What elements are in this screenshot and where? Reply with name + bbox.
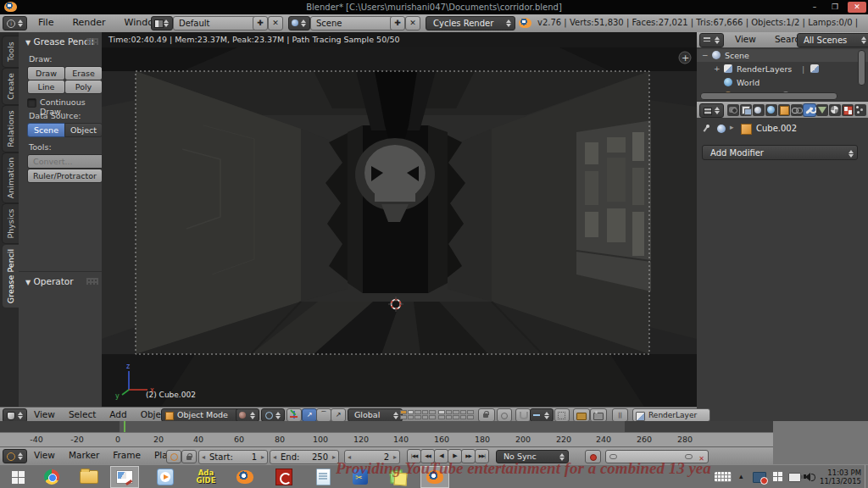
tab-tools[interactable]: Tools bbox=[2, 36, 19, 68]
play-button[interactable]: ▶ bbox=[448, 449, 462, 463]
snap-magnet-button[interactable] bbox=[515, 408, 531, 422]
vp-menu-add[interactable]: Add bbox=[103, 408, 133, 421]
taskbar-potplayer-icon[interactable] bbox=[151, 466, 180, 488]
editor-type-timeline-dropdown[interactable] bbox=[3, 449, 27, 463]
tray-battery-icon[interactable] bbox=[788, 473, 801, 482]
frame-start-field[interactable]: ◂ Start: 1 ▸ bbox=[198, 450, 268, 464]
play-reverse-button[interactable]: ◀ bbox=[434, 449, 448, 463]
menu-file[interactable]: File bbox=[29, 14, 63, 31]
sync-dropdown[interactable]: No Sync bbox=[496, 450, 569, 463]
viewport-3d[interactable]: z x y (2) Cube.002 + bbox=[102, 47, 697, 407]
increment-icon[interactable]: ▸ bbox=[332, 451, 336, 463]
decrement-icon[interactable]: ◂ bbox=[202, 451, 205, 463]
minimize-button[interactable]: – bbox=[805, 2, 824, 13]
pivot-dropdown[interactable] bbox=[261, 408, 285, 422]
taskbar-adagide-icon[interactable]: Ada GIDE bbox=[192, 466, 220, 488]
timeline-current-frame-cursor[interactable] bbox=[124, 421, 125, 432]
tab-material-icon[interactable] bbox=[829, 104, 841, 116]
data-source-object-toggle[interactable]: Object bbox=[64, 123, 103, 137]
editor-type-outliner-dropdown[interactable] bbox=[699, 33, 724, 47]
outliner-world-label[interactable]: World bbox=[737, 76, 760, 89]
tray-chevron-icon[interactable]: ▴ bbox=[739, 472, 743, 480]
tl-menu-view[interactable]: View bbox=[27, 448, 62, 462]
tab-render-layers-icon[interactable] bbox=[740, 104, 752, 116]
layers-widget-left[interactable] bbox=[400, 410, 436, 419]
show-desktop-button[interactable] bbox=[865, 465, 868, 488]
taskbar-notepad-icon[interactable] bbox=[309, 466, 337, 488]
tray-keyboard-icon[interactable] bbox=[715, 472, 732, 482]
tab-world-icon[interactable] bbox=[765, 104, 777, 116]
pause-render-button[interactable]: || bbox=[612, 408, 628, 422]
outliner-vscrollbar[interactable] bbox=[858, 50, 865, 86]
translate-manipulator-button[interactable]: ↗ bbox=[302, 408, 317, 422]
snap-element-dropdown[interactable] bbox=[530, 408, 554, 422]
orientation-dropdown[interactable]: Global bbox=[348, 408, 403, 422]
expand-panel-plus-icon[interactable]: + bbox=[679, 52, 691, 64]
outliner-row-scene[interactable]: − Scene bbox=[697, 49, 868, 62]
taskbar-stickynotes-icon[interactable] bbox=[383, 466, 412, 488]
tl-menu-marker[interactable]: Marker bbox=[62, 448, 106, 462]
screen-layout-name[interactable]: Default bbox=[173, 16, 258, 30]
tab-modifiers-icon[interactable] bbox=[804, 104, 815, 116]
proportional-edit-button[interactable] bbox=[497, 408, 512, 422]
expand-icon[interactable]: + bbox=[714, 63, 721, 75]
tray-clock[interactable]: 11:03 PM 11/13/2015 bbox=[815, 469, 861, 485]
tray-volume-icon[interactable] bbox=[804, 472, 814, 482]
data-source-scene-toggle[interactable]: Scene bbox=[27, 123, 65, 137]
mode-dropdown[interactable]: Object Mode bbox=[161, 408, 248, 422]
jump-to-end-button[interactable]: ▶▶| bbox=[475, 449, 489, 463]
vp-menu-view[interactable]: View bbox=[27, 408, 62, 421]
outliner-filter-dropdown[interactable]: All Scenes bbox=[797, 33, 868, 47]
scene-icon-dropdown[interactable] bbox=[288, 16, 310, 30]
lock-to-scene-button[interactable] bbox=[478, 408, 495, 422]
tray-display-icon[interactable] bbox=[753, 472, 766, 483]
render-engine-dropdown[interactable]: Cycles Render bbox=[426, 16, 515, 30]
auto-keyframe-record-button[interactable] bbox=[585, 450, 601, 463]
next-keyframe-button[interactable]: ▶▶ bbox=[461, 449, 476, 463]
tab-create[interactable]: Create bbox=[2, 68, 19, 105]
poly-button[interactable]: Poly bbox=[64, 80, 103, 94]
tab-scene-icon[interactable] bbox=[753, 104, 765, 116]
panel-grip-icon[interactable] bbox=[86, 278, 98, 285]
tab-relations[interactable]: Relations bbox=[2, 105, 19, 152]
convert-button[interactable]: Convert... bbox=[27, 154, 108, 169]
outliner-menu-view[interactable]: View bbox=[726, 32, 765, 47]
taskbar-videocutter-icon[interactable]: ✂ bbox=[346, 466, 375, 488]
keying-set-field[interactable]: ✕ bbox=[605, 450, 709, 463]
breadcrumb-object-name[interactable]: Cube.002 bbox=[756, 124, 797, 133]
start-button[interactable] bbox=[3, 466, 32, 488]
preview-range-clock-button[interactable] bbox=[166, 450, 181, 463]
tray-windows-icon[interactable] bbox=[773, 472, 782, 481]
taskbar-chrome-icon[interactable] bbox=[37, 466, 66, 488]
timeline-canvas[interactable] bbox=[0, 421, 773, 432]
render-opengl-anim-button[interactable] bbox=[590, 408, 607, 422]
outliner-scene-label[interactable]: Scene bbox=[725, 49, 749, 62]
vp-menu-select[interactable]: Select bbox=[62, 408, 103, 421]
increment-icon[interactable]: ▸ bbox=[393, 451, 397, 463]
delete-scene-button[interactable]: ✕ bbox=[405, 16, 420, 30]
add-layout-button[interactable]: ✚ bbox=[253, 16, 268, 30]
scale-manipulator-button[interactable]: ↗ bbox=[331, 408, 346, 422]
outliner-row-renderlayers[interactable]: + RenderLayers | bbox=[697, 63, 868, 75]
line-button[interactable]: Line bbox=[27, 80, 65, 94]
tab-object-icon[interactable] bbox=[778, 104, 790, 116]
editor-type-properties-dropdown[interactable] bbox=[699, 103, 724, 118]
lock-icon-button[interactable] bbox=[181, 450, 197, 463]
outliner-renderlayers-label[interactable]: RenderLayers bbox=[737, 63, 792, 75]
breadcrumb-object-icon[interactable] bbox=[717, 125, 726, 133]
layers-widget-right[interactable] bbox=[438, 410, 474, 419]
snap-target-button[interactable] bbox=[554, 408, 570, 422]
rotate-manipulator-button[interactable]: ⌒ bbox=[316, 408, 331, 422]
tab-render-icon[interactable] bbox=[727, 104, 739, 116]
draw-button[interactable]: Draw bbox=[27, 66, 65, 80]
add-scene-button[interactable]: ✚ bbox=[390, 16, 405, 30]
taskbar-acrobat-icon[interactable] bbox=[270, 466, 298, 488]
clear-keyingset-icon[interactable]: ✕ bbox=[698, 453, 704, 465]
tab-physics[interactable]: Physics bbox=[2, 203, 19, 244]
manipulator-toggle[interactable] bbox=[287, 408, 302, 422]
outliner-row-world[interactable]: World bbox=[697, 76, 868, 89]
add-modifier-dropdown[interactable]: Add Modifier bbox=[702, 145, 858, 160]
render-opengl-button[interactable] bbox=[573, 408, 590, 422]
renderlayer-icon[interactable] bbox=[810, 64, 819, 73]
editor-type-info-dropdown[interactable]: i bbox=[3, 16, 27, 30]
